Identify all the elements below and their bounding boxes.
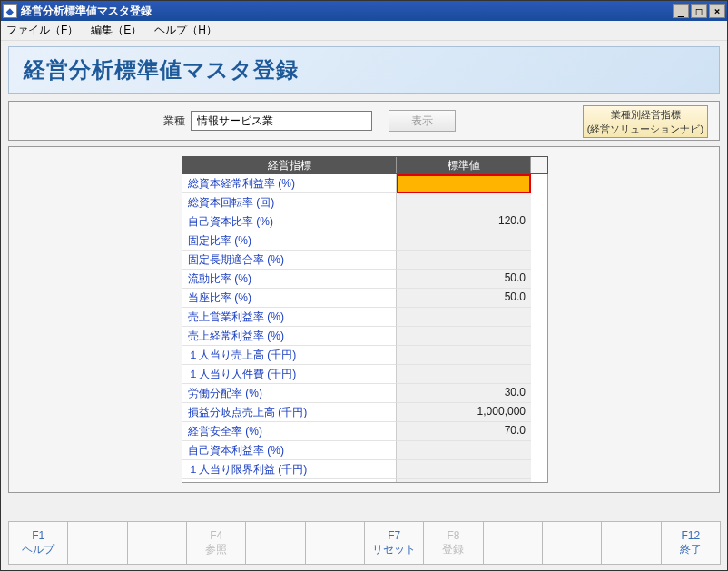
indicator-label: 固定長期適合率 (%) bbox=[182, 251, 397, 270]
app-icon: ◆ bbox=[3, 4, 17, 18]
standard-value-cell[interactable] bbox=[397, 251, 531, 270]
page-title: 経営分析標準値マスタ登録 bbox=[24, 55, 299, 84]
standard-value-cell[interactable] bbox=[397, 346, 531, 365]
standard-value-cell[interactable] bbox=[397, 193, 531, 212]
standard-value-cell[interactable] bbox=[397, 479, 531, 483]
indicator-label: 流動比率 (%) bbox=[182, 270, 397, 289]
table-row[interactable]: １人当り売上高 (千円) bbox=[182, 346, 547, 365]
f1-button[interactable]: F1 ヘルプ bbox=[8, 521, 68, 565]
table-row[interactable]: 労働分配率 (%)30.0 bbox=[182, 384, 547, 403]
table-row[interactable]: 売上営業利益率 (%) bbox=[182, 308, 547, 327]
close-button[interactable]: × bbox=[709, 4, 725, 18]
grid: 経営指標 標準値 総資本経常利益率 (%)総資本回転率 (回)自己資本比率 (%… bbox=[182, 156, 548, 483]
table-row[interactable]: 当座比率 (%)50.0 bbox=[182, 289, 547, 308]
standard-value-cell[interactable] bbox=[397, 460, 531, 479]
indicator-label: 経営安全率 (%) bbox=[182, 422, 397, 441]
indicator-label: 自己資本比率 (%) bbox=[182, 212, 397, 231]
menu-file[interactable]: ファイル（F） bbox=[6, 23, 78, 38]
standard-value-cell[interactable]: 120.0 bbox=[397, 212, 531, 231]
external-indicator-button[interactable]: 業種別経営指標 (経営ソリューションナビ) bbox=[583, 105, 708, 138]
indicator-label: 当座比率 (%) bbox=[182, 289, 397, 308]
table-row[interactable]: 固定長期適合率 (%) bbox=[182, 251, 547, 270]
standard-value-cell[interactable]: 50.0 bbox=[397, 289, 531, 308]
table-row[interactable]: 総資本回転率 (回) bbox=[182, 193, 547, 212]
indicator-label: 総資本回転率 (回) bbox=[182, 193, 397, 212]
table-row[interactable]: 総資本経常利益率 (%) bbox=[182, 174, 547, 193]
menubar: ファイル（F） 編集（E） ヘルプ（H） bbox=[1, 21, 727, 41]
table-row[interactable]: 自己資本比率 (%)120.0 bbox=[182, 212, 547, 231]
table-row[interactable]: 限界利益率 (%) bbox=[182, 479, 547, 483]
grid-scroll-area[interactable]: 総資本経常利益率 (%)総資本回転率 (回)自己資本比率 (%)120.0固定比… bbox=[182, 174, 548, 483]
indicator-label: 売上営業利益率 (%) bbox=[182, 308, 397, 327]
f2-button bbox=[67, 521, 127, 565]
standard-value-cell[interactable] bbox=[397, 327, 531, 346]
grid-header: 経営指標 標準値 bbox=[182, 156, 548, 174]
standard-value-cell[interactable] bbox=[397, 308, 531, 327]
standard-value-cell[interactable] bbox=[397, 441, 531, 460]
f3-button bbox=[127, 521, 187, 565]
grid-panel: 経営指標 標準値 総資本経常利益率 (%)総資本回転率 (回)自己資本比率 (%… bbox=[8, 146, 720, 493]
indicator-label: １人当り売上高 (千円) bbox=[182, 346, 397, 365]
indicator-label: 総資本経常利益率 (%) bbox=[182, 174, 397, 193]
standard-value-cell[interactable] bbox=[397, 174, 531, 193]
indicator-label: １人当り人件費 (千円) bbox=[182, 365, 397, 384]
standard-value-cell[interactable]: 70.0 bbox=[397, 422, 531, 441]
f4-button[interactable]: F4 参照 bbox=[186, 521, 246, 565]
f11-button bbox=[601, 521, 661, 565]
indicator-label: 労働分配率 (%) bbox=[182, 384, 397, 403]
grid-header-indicator: 経営指標 bbox=[182, 157, 397, 173]
f7-button[interactable]: F7 リセット bbox=[364, 521, 424, 565]
table-row[interactable]: 売上経常利益率 (%) bbox=[182, 327, 547, 346]
f10-button bbox=[542, 521, 602, 565]
f9-button bbox=[483, 521, 543, 565]
maximize-button[interactable]: □ bbox=[691, 4, 707, 18]
table-row[interactable]: １人当り人件費 (千円) bbox=[182, 365, 547, 384]
window-controls: _ □ × bbox=[671, 4, 725, 18]
ext-button-line2: (経営ソリューションナビ) bbox=[584, 123, 707, 137]
function-key-bar: F1 ヘルプ F4 参照 F7 リセット F8 登録 F12 終了 bbox=[8, 521, 720, 565]
indicator-label: 自己資本利益率 (%) bbox=[182, 441, 397, 460]
page-banner: 経営分析標準値マスタ登録 bbox=[8, 46, 720, 94]
table-row[interactable]: 損益分岐点売上高 (千円)1,000,000 bbox=[182, 403, 547, 422]
menu-help[interactable]: ヘルプ（H） bbox=[154, 23, 217, 38]
indicator-label: 限界利益率 (%) bbox=[182, 479, 397, 483]
f6-button bbox=[305, 521, 365, 565]
table-row[interactable]: １人当り限界利益 (千円) bbox=[182, 460, 547, 479]
filter-panel: 業種 表示 業種別経営指標 (経営ソリューションナビ) bbox=[8, 101, 720, 141]
ext-button-line1: 業種別経営指標 bbox=[584, 108, 707, 123]
window-title: 経営分析標準値マスタ登録 bbox=[21, 4, 152, 19]
f8-button[interactable]: F8 登録 bbox=[423, 521, 483, 565]
titlebar: ◆ 経営分析標準値マスタ登録 _ □ × bbox=[1, 1, 727, 21]
standard-value-cell[interactable]: 1,000,000 bbox=[397, 403, 531, 422]
standard-value-cell[interactable]: 30.0 bbox=[397, 384, 531, 403]
table-row[interactable]: 自己資本利益率 (%) bbox=[182, 441, 547, 460]
app-window: ◆ 経営分析標準値マスタ登録 _ □ × ファイル（F） 編集（E） ヘルプ（H… bbox=[0, 0, 728, 571]
standard-value-cell[interactable] bbox=[397, 365, 531, 384]
indicator-label: 損益分岐点売上高 (千円) bbox=[182, 403, 397, 422]
indicator-label: 固定比率 (%) bbox=[182, 231, 397, 251]
indicator-label: 売上経常利益率 (%) bbox=[182, 327, 397, 346]
grid-header-value: 標準値 bbox=[397, 157, 531, 173]
table-row[interactable]: 流動比率 (%)50.0 bbox=[182, 270, 547, 289]
f5-button bbox=[245, 521, 305, 565]
standard-value-cell[interactable] bbox=[397, 231, 531, 251]
show-button[interactable]: 表示 bbox=[389, 110, 456, 132]
industry-input[interactable] bbox=[191, 111, 372, 131]
minimize-button[interactable]: _ bbox=[673, 4, 689, 18]
f12-button[interactable]: F12 終了 bbox=[661, 521, 721, 565]
indicator-label: １人当り限界利益 (千円) bbox=[182, 460, 397, 479]
table-row[interactable]: 固定比率 (%) bbox=[182, 231, 547, 251]
menu-edit[interactable]: 編集（E） bbox=[91, 23, 142, 38]
table-row[interactable]: 経営安全率 (%)70.0 bbox=[182, 422, 547, 441]
standard-value-cell[interactable]: 50.0 bbox=[397, 270, 531, 289]
industry-label: 業種 bbox=[163, 113, 185, 129]
